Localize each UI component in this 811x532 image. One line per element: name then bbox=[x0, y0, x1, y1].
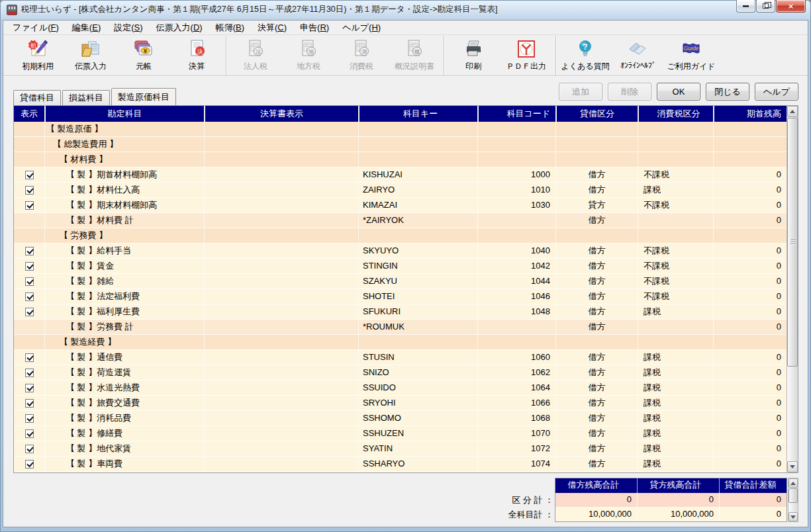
row-checkbox[interactable] bbox=[25, 399, 34, 408]
display-checkbox-cell bbox=[14, 259, 44, 273]
toolbar-button-online-help[interactable]: ｵﾝﾗｲﾝﾍﾙﾌﾟ bbox=[612, 36, 665, 75]
toolbar-button-pdf-export[interactable]: ＰＤＦ出力 bbox=[500, 36, 553, 75]
voucher-entry-icon bbox=[79, 38, 102, 60]
toolbar-button-faq[interactable]: ?よくある質問 bbox=[559, 36, 612, 75]
toolbar-button-settlement[interactable]: 決決算 bbox=[170, 36, 223, 75]
account-name-cell: 【 製 】賃金 bbox=[44, 259, 204, 273]
display-checkbox-cell bbox=[14, 122, 44, 136]
account-name-cell: 【 製 】車両費 bbox=[44, 457, 204, 471]
help-button[interactable]: ヘルプ bbox=[755, 83, 798, 101]
account-row[interactable]: 【 材料費 】 bbox=[14, 152, 787, 167]
account-row[interactable]: 【 製 】材料費 計*ZAIRYOK借方0 bbox=[14, 213, 787, 228]
menu-item-help[interactable]: ヘルプ(H) bbox=[336, 21, 387, 35]
menu-item-file[interactable]: ファイル(F) bbox=[6, 21, 66, 35]
toolbar-button-print[interactable]: 印刷 bbox=[447, 36, 500, 75]
scroll-thumb[interactable] bbox=[787, 118, 798, 367]
account-row[interactable]: 【 製 】労務費 計*ROUMUK借方0 bbox=[14, 320, 787, 335]
account-key-cell: SHOTEI bbox=[358, 289, 477, 304]
statement-display-cell bbox=[204, 396, 358, 410]
tab-profit-loss-accounts[interactable]: 損益科目 bbox=[62, 90, 110, 105]
row-checkbox[interactable] bbox=[25, 277, 34, 286]
opening-balance-cell bbox=[713, 152, 787, 167]
account-name-cell: 【 製 】消耗品費 bbox=[44, 411, 204, 425]
toolbar-button-initial-use[interactable]: 初初期利用 bbox=[11, 36, 64, 75]
summary-scroll-thumb[interactable] bbox=[788, 488, 798, 503]
account-row[interactable]: 【 製造経費 】 bbox=[14, 335, 787, 350]
arrow-up-icon bbox=[790, 110, 795, 113]
table-scrollbar[interactable] bbox=[787, 106, 798, 472]
row-checkbox[interactable] bbox=[25, 414, 34, 423]
column-header: 決算書表示 bbox=[204, 106, 358, 122]
account-row[interactable]: 【 労務費 】 bbox=[14, 228, 787, 244]
row-checkbox[interactable] bbox=[25, 201, 34, 210]
summary-scrollbar[interactable] bbox=[788, 478, 798, 522]
row-checkbox[interactable] bbox=[25, 186, 34, 195]
account-code-cell: 1044 bbox=[477, 274, 555, 288]
account-row[interactable]: 【 製 】材料仕入高ZAIRYO1010借方課税0 bbox=[14, 183, 787, 198]
account-row[interactable]: 【 製 】賃金STINGIN1042借方不課税0 bbox=[14, 259, 787, 274]
close-button[interactable]: 閉じる bbox=[706, 83, 749, 101]
tax-class-cell bbox=[638, 335, 713, 349]
tab-balance-accounts[interactable]: 貸借科目 bbox=[13, 90, 61, 105]
account-row[interactable]: 【 製 】期末材料棚卸高KIMAZAI1030貸方不課税0 bbox=[14, 198, 787, 213]
menu-item-edit[interactable]: 編集(E) bbox=[66, 21, 107, 35]
tax-class-cell bbox=[638, 122, 713, 136]
debit-credit-cell bbox=[555, 152, 638, 167]
row-checkbox[interactable] bbox=[25, 429, 34, 438]
account-row[interactable]: 【 製 】通信費STUSIN1060借方課税0 bbox=[14, 350, 787, 365]
account-row[interactable]: 【 製 】法定福利費SHOTEI1046借方不課税0 bbox=[14, 289, 787, 304]
account-row[interactable]: 【 製 】旅費交通費SRYOHI1066借方課税0 bbox=[14, 396, 787, 411]
menu-item-books[interactable]: 帳簿(B) bbox=[209, 21, 251, 35]
row-checkbox[interactable] bbox=[25, 384, 34, 392]
summary-label-division: 区 分 計 ： bbox=[421, 493, 553, 508]
menu-item-settings[interactable]: 設定(S) bbox=[107, 21, 149, 35]
statement-display-cell bbox=[204, 259, 358, 273]
account-row[interactable]: 【 製 】修繕費SSHUZEN1070借方課税0 bbox=[14, 426, 787, 441]
ok-button[interactable]: OK bbox=[657, 83, 700, 101]
tab-manufacturing-cost-accounts[interactable]: 製造原価科目 bbox=[111, 88, 176, 105]
account-row[interactable]: 【 製 】消耗品費SSHOMO1068借方課税0 bbox=[14, 411, 787, 426]
ledger-icon: ¥ bbox=[132, 38, 155, 60]
menu-item-filing[interactable]: 申告(R) bbox=[293, 21, 336, 35]
row-checkbox[interactable] bbox=[25, 369, 34, 377]
account-row[interactable]: 【 製 】雑給SZAKYU1044借方不課税0 bbox=[14, 274, 787, 289]
row-checkbox[interactable] bbox=[25, 445, 34, 453]
row-checkbox[interactable] bbox=[25, 460, 34, 468]
row-checkbox[interactable] bbox=[25, 262, 34, 271]
opening-balance-cell: 0 bbox=[713, 213, 787, 228]
row-checkbox[interactable] bbox=[25, 247, 34, 255]
row-checkbox[interactable] bbox=[25, 292, 34, 301]
opening-balance-cell: 0 bbox=[713, 320, 787, 334]
toolbar-button-ledger[interactable]: ¥元帳 bbox=[117, 36, 170, 75]
debit-credit-cell: 借方 bbox=[555, 396, 638, 410]
restore-button[interactable] bbox=[756, 0, 775, 13]
toolbar-button-guide[interactable]: Guideご利用ガイド bbox=[665, 36, 718, 75]
summary-scroll-up-button[interactable] bbox=[788, 478, 798, 488]
account-name-cell: 【 材料費 】 bbox=[44, 152, 204, 167]
minimize-button[interactable] bbox=[736, 0, 755, 13]
account-row[interactable]: 【 製造原価 】 bbox=[14, 122, 787, 137]
account-row[interactable]: 【 製 】地代家賃SYATIN1072借方課税0 bbox=[14, 441, 787, 457]
row-checkbox[interactable] bbox=[25, 308, 34, 316]
opening-balance-cell bbox=[713, 335, 787, 349]
toolbar-button-voucher-entry[interactable]: 伝票入力 bbox=[64, 36, 117, 75]
scroll-down-button[interactable] bbox=[787, 461, 798, 472]
scroll-up-button[interactable] bbox=[787, 106, 798, 117]
account-row[interactable]: 【 総製造費用 】 bbox=[14, 137, 787, 152]
close-button[interactable]: × bbox=[776, 0, 806, 13]
menu-item-closing[interactable]: 決算(C) bbox=[251, 21, 293, 35]
account-row[interactable]: 【 製 】期首材料棚卸高KISHUZAI1000借方不課税0 bbox=[14, 167, 787, 183]
opening-balance-cell: 0 bbox=[713, 198, 787, 212]
account-row[interactable]: 【 製 】福利厚生費SFUKURI1048借方課税0 bbox=[14, 304, 787, 320]
account-row[interactable]: 【 製 】車両費SSHARYO1074借方課税0 bbox=[14, 457, 787, 472]
row-checkbox[interactable] bbox=[25, 171, 34, 179]
account-row[interactable]: 【 製 】給料手当SKYUYO1040借方不課税0 bbox=[14, 244, 787, 259]
account-row[interactable]: 【 製 】水道光熱費SSUIDO1064借方課税0 bbox=[14, 380, 787, 396]
account-code-cell: 1062 bbox=[477, 365, 555, 380]
row-checkbox[interactable] bbox=[25, 353, 34, 362]
statement-display-cell bbox=[204, 411, 358, 425]
tax-class-cell: 課税 bbox=[638, 365, 713, 380]
summary-scroll-down-button[interactable] bbox=[788, 512, 798, 521]
account-row[interactable]: 【 製 】荷造運賃SNIZO1062借方課税0 bbox=[14, 365, 787, 380]
menu-item-slip-input[interactable]: 伝票入力(D) bbox=[150, 21, 209, 35]
